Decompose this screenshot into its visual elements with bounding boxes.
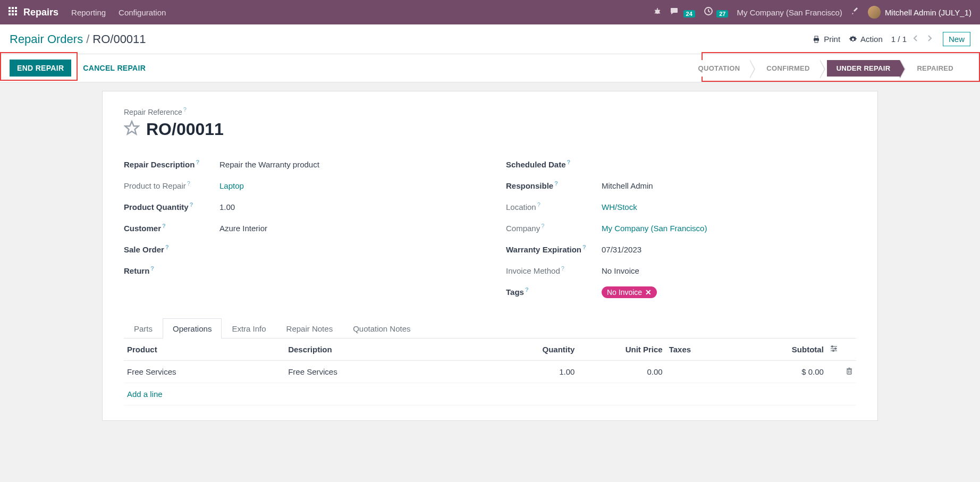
- svg-line-11: [655, 10, 656, 11]
- tools-icon[interactable]: [851, 7, 859, 18]
- label-responsible: Responsible?: [506, 180, 602, 190]
- add-line-button[interactable]: Add a line: [127, 390, 163, 399]
- action-button[interactable]: Action: [849, 35, 883, 44]
- label-repair-description: Repair Description?: [124, 159, 219, 169]
- tab-operations[interactable]: Operations: [163, 318, 222, 339]
- help-icon[interactable]: ?: [554, 180, 558, 187]
- tab-quotation-notes[interactable]: Quotation Notes: [343, 318, 420, 339]
- tab-extra-info[interactable]: Extra Info: [222, 318, 276, 339]
- title-label: Repair Reference?: [124, 106, 856, 116]
- help-icon[interactable]: ?: [187, 180, 190, 187]
- breadcrumb-root[interactable]: Repair Orders: [10, 32, 83, 46]
- help-icon[interactable]: ?: [537, 201, 540, 208]
- pager-next-icon[interactable]: [925, 35, 934, 44]
- cell-description[interactable]: Free Services: [285, 360, 490, 383]
- value-warranty-expiration[interactable]: 07/31/2023: [602, 245, 641, 254]
- delete-row-icon[interactable]: [846, 367, 853, 376]
- th-quantity[interactable]: Quantity: [490, 339, 578, 361]
- cell-unit-price[interactable]: 0.00: [578, 360, 665, 383]
- label-warranty-expiration: Warranty Expiration?: [506, 244, 602, 254]
- svg-rect-4: [12, 10, 14, 12]
- help-icon[interactable]: ?: [190, 201, 193, 208]
- print-button[interactable]: Print: [812, 35, 840, 44]
- svg-rect-27: [847, 369, 851, 374]
- help-icon[interactable]: ?: [582, 244, 586, 250]
- help-icon[interactable]: ?: [162, 223, 166, 229]
- new-button[interactable]: New: [943, 32, 970, 46]
- value-company[interactable]: My Company (San Francisco): [602, 224, 707, 233]
- th-taxes[interactable]: Taxes: [666, 339, 739, 361]
- help-icon[interactable]: ?: [150, 265, 154, 272]
- value-invoice-method[interactable]: No Invoice: [602, 266, 639, 275]
- bug-icon[interactable]: [653, 7, 662, 18]
- th-settings[interactable]: [827, 339, 856, 361]
- company-selector[interactable]: My Company (San Francisco): [737, 8, 842, 17]
- stage-under-repair[interactable]: UNDER REPAIR: [827, 60, 900, 77]
- label-product-to-repair: Product to Repair?: [124, 180, 219, 190]
- label-customer: Customer?: [124, 223, 219, 233]
- svg-rect-0: [9, 7, 11, 9]
- help-icon[interactable]: ?: [561, 265, 564, 272]
- value-customer[interactable]: Azure Interior: [219, 224, 267, 233]
- pager-text[interactable]: 1 / 1: [891, 35, 907, 44]
- help-icon[interactable]: ?: [567, 159, 571, 165]
- cell-product[interactable]: Free Services: [124, 360, 285, 383]
- help-icon[interactable]: ?: [541, 223, 544, 229]
- nav-menu-reporting[interactable]: Reporting: [71, 8, 106, 17]
- value-product-quantity[interactable]: 1.00: [219, 202, 235, 212]
- svg-point-24: [832, 345, 833, 347]
- add-line-row: Add a line: [124, 383, 856, 405]
- favorite-star-icon[interactable]: [124, 120, 140, 138]
- label-tags: Tags?: [506, 286, 602, 297]
- stage-repaired[interactable]: REPAIRED: [907, 60, 963, 77]
- svg-point-25: [835, 348, 837, 349]
- help-icon[interactable]: ?: [196, 159, 199, 165]
- apps-icon[interactable]: [9, 7, 17, 18]
- stage-confirmed[interactable]: CONFIRMED: [757, 60, 819, 77]
- tab-parts[interactable]: Parts: [124, 318, 163, 339]
- th-unit-price[interactable]: Unit Price: [578, 339, 665, 361]
- status-stages: QUOTATION CONFIRMED UNDER REPAIR REPAIRE…: [689, 60, 970, 77]
- pager-prev-icon[interactable]: [911, 35, 920, 44]
- activities-badge: 27: [716, 10, 728, 18]
- user-menu[interactable]: Mitchell Admin (JULY_1): [868, 6, 971, 19]
- nav-menu-configuration[interactable]: Configuration: [119, 8, 166, 17]
- th-description[interactable]: Description: [285, 339, 490, 361]
- value-repair-description[interactable]: Repair the Warranty product: [219, 160, 319, 169]
- cell-quantity[interactable]: 1.00: [490, 360, 578, 383]
- svg-rect-1: [12, 7, 14, 9]
- tab-repair-notes[interactable]: Repair Notes: [276, 318, 343, 339]
- page-title: RO/00011: [146, 120, 224, 139]
- svg-line-14: [659, 13, 660, 13]
- messages-badge: 24: [683, 10, 695, 18]
- value-responsible[interactable]: Mitchell Admin: [602, 181, 653, 190]
- activities-icon[interactable]: 27: [704, 6, 729, 18]
- nav-menu: Reporting Configuration: [71, 8, 653, 17]
- value-location[interactable]: WH/Stock: [602, 202, 637, 212]
- label-location: Location?: [506, 201, 602, 212]
- th-product[interactable]: Product: [124, 339, 285, 361]
- app-brand[interactable]: Repairs: [23, 7, 58, 18]
- svg-rect-8: [15, 13, 17, 15]
- svg-rect-17: [815, 36, 818, 38]
- svg-point-9: [655, 10, 660, 14]
- svg-line-12: [659, 10, 660, 11]
- cell-subtotal: $ 0.00: [739, 360, 827, 383]
- help-icon[interactable]: ?: [183, 106, 187, 113]
- cell-taxes[interactable]: [666, 360, 739, 383]
- table-row[interactable]: Free Services Free Services 1.00 0.00 $ …: [124, 360, 856, 383]
- messages-icon[interactable]: 24: [670, 6, 695, 18]
- help-icon[interactable]: ?: [165, 244, 169, 250]
- th-subtotal[interactable]: Subtotal: [739, 339, 827, 361]
- tag-pill[interactable]: No Invoice ✕: [602, 286, 657, 298]
- tag-remove-icon[interactable]: ✕: [645, 288, 652, 297]
- cancel-repair-button[interactable]: CANCEL REPAIR: [78, 60, 151, 77]
- stage-quotation[interactable]: QUOTATION: [689, 60, 750, 77]
- svg-rect-3: [9, 10, 11, 12]
- label-company: Company?: [506, 223, 602, 233]
- help-icon[interactable]: ?: [525, 286, 529, 293]
- svg-rect-18: [815, 40, 818, 43]
- svg-line-13: [655, 13, 656, 13]
- end-repair-button[interactable]: END REPAIR: [10, 60, 71, 77]
- value-product-to-repair[interactable]: Laptop: [219, 181, 244, 190]
